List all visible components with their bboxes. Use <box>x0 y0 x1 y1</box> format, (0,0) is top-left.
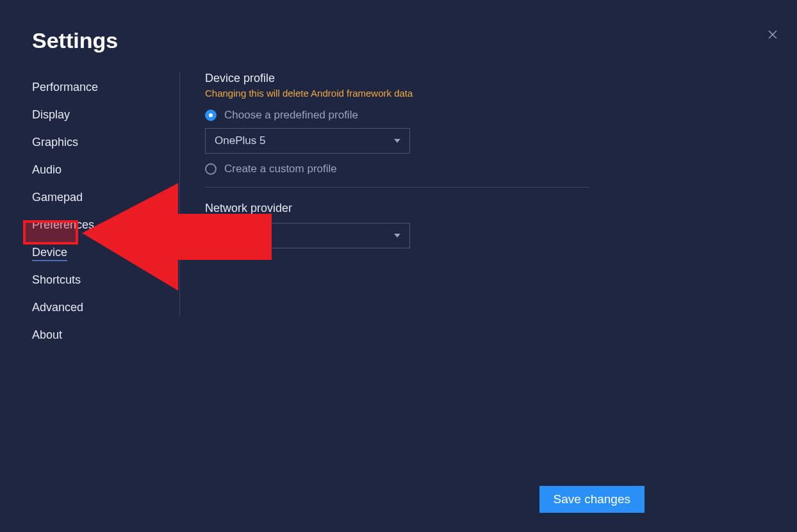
section-divider <box>205 187 589 188</box>
radio-custom-label: Create a custom profile <box>224 163 337 175</box>
sidebar-divider <box>179 72 180 316</box>
sidebar-item-graphics[interactable]: Graphics <box>32 131 179 154</box>
sidebar-item-about[interactable]: About <box>32 323 179 347</box>
radio-button-icon <box>205 163 217 175</box>
network-provider-heading: Network provider <box>205 202 759 215</box>
predefined-profile-value: OnePlus 5 <box>215 134 265 147</box>
sidebar-item-shortcuts[interactable]: Shortcuts <box>32 268 179 292</box>
chevron-down-icon <box>394 234 400 238</box>
save-changes-button[interactable]: Save changes <box>539 486 645 513</box>
radio-predefined-label: Choose a predefined profile <box>224 109 358 122</box>
sidebar-item-gamepad[interactable]: Gamepad <box>32 186 179 209</box>
settings-sidebar: Performance Display Graphics Audio Gamep… <box>32 76 179 351</box>
radio-custom-profile[interactable]: Create a custom profile <box>205 163 759 175</box>
radio-button-icon <box>205 109 217 121</box>
device-profile-heading: Device profile <box>205 72 759 85</box>
sidebar-item-device[interactable]: Device <box>32 241 179 264</box>
chevron-down-icon <box>394 139 400 143</box>
predefined-profile-select[interactable]: OnePlus 5 <box>205 128 410 154</box>
sidebar-item-preferences[interactable]: Preferences <box>32 213 179 237</box>
sidebar-item-advanced[interactable]: Advanced <box>32 296 179 319</box>
sidebar-item-display[interactable]: Display <box>32 103 179 127</box>
sidebar-item-audio[interactable]: Audio <box>32 158 179 182</box>
radio-predefined-profile[interactable]: Choose a predefined profile <box>205 109 759 122</box>
device-settings-panel: Device profile Changing this will delete… <box>205 72 759 257</box>
page-title: Settings <box>32 28 118 53</box>
close-icon <box>767 29 778 40</box>
close-button[interactable] <box>764 26 782 44</box>
network-provider-select[interactable] <box>205 223 410 248</box>
device-profile-warning: Changing this will delete Android framew… <box>205 88 759 99</box>
sidebar-item-performance[interactable]: Performance <box>32 76 179 99</box>
